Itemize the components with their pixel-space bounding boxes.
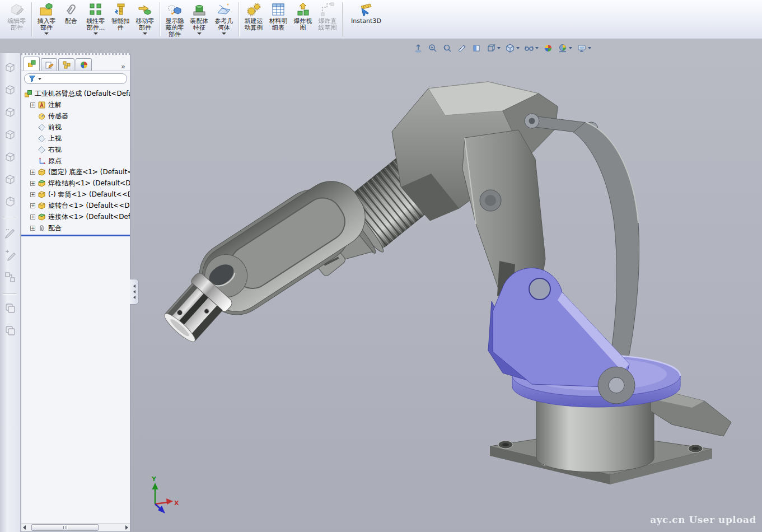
dropdown-arrow-icon[interactable] [44, 32, 49, 35]
orientation-triad: Y X [151, 475, 179, 514]
panel-overflow-button[interactable]: » [121, 62, 128, 71]
view-front-icon[interactable] [4, 61, 16, 76]
scrollbar-thumb[interactable] [31, 524, 99, 531]
dropdown-arrow-icon[interactable] [197, 32, 202, 35]
tree-item-mates[interactable]: + 配合 [21, 222, 130, 234]
copy-appearance-icon[interactable] [4, 302, 16, 316]
expand-toggle[interactable]: + [30, 203, 35, 208]
tree-item-front-plane[interactable]: 前视 [21, 122, 130, 133]
part-icon [38, 190, 46, 199]
toolbar-separator [160, 2, 160, 36]
part-icon [38, 202, 46, 210]
dropdown-arrow-icon[interactable] [143, 32, 147, 35]
instant3d-icon [358, 1, 375, 18]
view-bottom-icon[interactable] [4, 173, 16, 188]
tree-item-sensors[interactable]: 传感器 [21, 110, 130, 122]
tree-item-base[interactable]: + (固定) 底座<1> (Default<<D [21, 166, 130, 178]
assembly-features-icon [191, 1, 207, 18]
left-view-toolbar [0, 53, 21, 532]
view-isometric-icon[interactable] [4, 195, 16, 210]
exploded-view-icon [295, 1, 311, 18]
tree-item-sleeve[interactable]: + (-) 套筒<1> (Default<<Def [21, 189, 130, 200]
apply-scene-icon[interactable] [558, 43, 572, 53]
link-pivot[interactable] [598, 367, 635, 404]
tree-item-right-plane[interactable]: 右视 [21, 144, 130, 155]
paste-appearance-icon[interactable] [4, 324, 16, 339]
show-hidden-components-button[interactable]: 显示隐藏的零部件 [162, 0, 187, 39]
zoom-to-area-icon[interactable] [428, 43, 438, 53]
toolbar-separator [3, 293, 17, 294]
toolbar-separator [342, 2, 343, 36]
propertymanager-tab[interactable] [41, 58, 57, 71]
insert-components-icon [39, 1, 54, 18]
new-motion-study-icon [246, 1, 261, 18]
view-back-icon[interactable] [4, 83, 16, 98]
tree-item-origin[interactable]: 原点 [21, 155, 130, 166]
derived-sketch-icon[interactable] [4, 271, 16, 286]
view-orientation-icon[interactable] [486, 43, 501, 53]
scroll-right-icon[interactable] [125, 525, 128, 530]
featuremanager-panel: » 工业机器臂总成 (Default<Defa + 注解 传感器 前视 上视 [21, 53, 130, 532]
tree-item-annotations[interactable]: + 注解 [21, 99, 130, 110]
exploded-view-button[interactable]: 爆炸视图 [291, 0, 315, 39]
scroll-left-icon[interactable] [23, 525, 26, 530]
tree-item-top-plane[interactable]: 上视 [21, 133, 130, 144]
bill-of-materials-button[interactable]: 材料明细表 [266, 0, 291, 39]
filter-bar[interactable] [24, 73, 127, 84]
expand-toggle[interactable]: + [30, 170, 35, 175]
linear-component-pattern-button[interactable]: 线性零部件... [83, 0, 108, 39]
view-settings-icon[interactable] [577, 43, 591, 53]
view-left-icon[interactable] [4, 106, 16, 120]
configurationmanager-tab[interactable] [58, 58, 74, 71]
insert-components-button[interactable]: 插入零部件 [34, 0, 59, 39]
displaymanager-tab[interactable] [76, 58, 92, 71]
reference-geometry-button[interactable]: 参考几何体 [212, 0, 236, 39]
filter-funnel-icon [29, 75, 36, 82]
tree-item-turntable[interactable]: + 旋转台<1> (Default<<Defa [21, 200, 130, 211]
mate-button[interactable]: 配合 [59, 0, 83, 39]
mate-icon [63, 1, 79, 18]
part-icon [38, 213, 46, 221]
assembly-features-button[interactable]: 装配体特征 [187, 0, 212, 39]
sketch-icon[interactable] [4, 226, 16, 241]
instant3d-button[interactable]: Instant3D [345, 0, 387, 39]
expand-toggle[interactable]: + [30, 192, 35, 197]
dropdown-arrow-icon[interactable] [222, 32, 226, 35]
filter-dropdown-icon[interactable] [38, 78, 41, 80]
panel-tab-bar: » [21, 55, 130, 71]
smart-fasteners-button[interactable]: 智能扣件 [108, 0, 133, 39]
move-component-button[interactable]: 移动零部件 [133, 0, 157, 39]
edit-appearance-icon[interactable] [543, 43, 553, 53]
pane-splitter[interactable] [21, 235, 130, 236]
zoom-to-fit-icon[interactable] [413, 43, 423, 53]
feature-tree: 工业机器臂总成 (Default<Defa + 注解 传感器 前视 上视 右视 [21, 86, 130, 236]
dropdown-arrow-icon[interactable] [94, 32, 98, 35]
hide-show-items-icon[interactable] [524, 43, 539, 53]
expand-toggle[interactable]: + [30, 226, 35, 231]
expand-toggle[interactable]: + [30, 102, 35, 108]
new-motion-study-button[interactable]: 新建运动算例 [241, 0, 266, 39]
3d-sketch-icon[interactable] [4, 249, 16, 263]
tree-item-connector[interactable]: + 连接体<1> (Default<Defaul [21, 211, 130, 222]
toolbar-separator [31, 2, 32, 36]
explode-line-sketch-button[interactable]: 爆炸直线草图 [315, 0, 340, 39]
view-right-icon[interactable] [4, 128, 16, 143]
panel-splitter-handle[interactable] [130, 279, 139, 305]
tree-item-weld-gun[interactable]: + 焊枪结构<1> (Default<Defa [21, 178, 130, 189]
assembly-icon [24, 90, 32, 98]
expand-toggle[interactable]: + [30, 214, 35, 220]
toolbar-separator [3, 218, 17, 218]
tree-item-assembly-root[interactable]: 工业机器臂总成 (Default<Defa [21, 88, 130, 99]
edit-component-icon [9, 1, 25, 18]
view-top-icon[interactable] [4, 151, 16, 165]
expand-toggle[interactable]: + [30, 181, 35, 186]
section-view-icon[interactable] [471, 43, 481, 53]
previous-view-icon[interactable] [442, 43, 452, 53]
panel-horizontal-scrollbar[interactable] [21, 523, 130, 531]
featuremanager-tab[interactable] [24, 57, 40, 71]
section-tool-icon[interactable] [457, 43, 467, 53]
display-style-icon[interactable] [505, 43, 520, 53]
origin-icon [38, 157, 46, 165]
plane-icon [38, 146, 46, 154]
edit-component-button[interactable]: 编辑零部件 [4, 0, 29, 39]
